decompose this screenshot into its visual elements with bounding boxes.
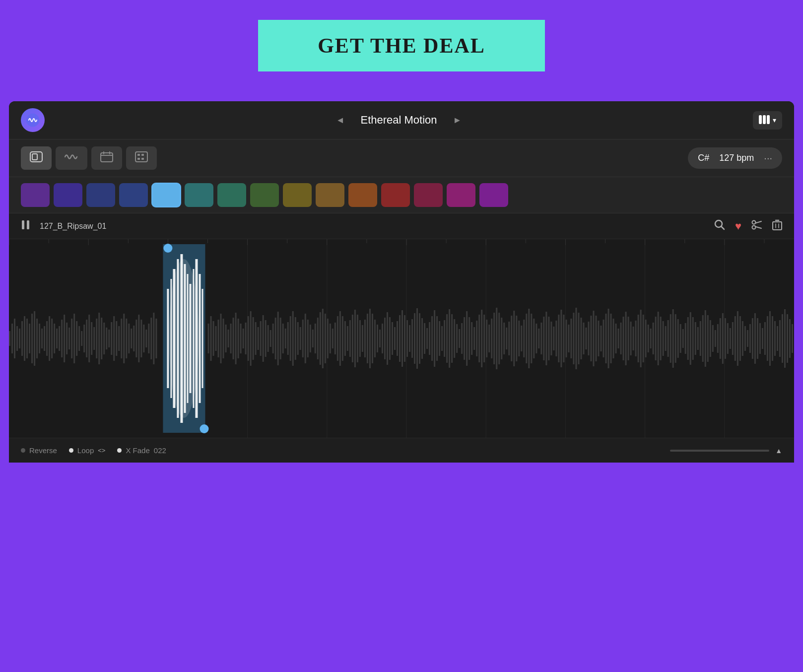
bpm-badge: 127 bpm	[719, 153, 754, 163]
svg-rect-75	[73, 314, 75, 363]
svg-rect-317	[685, 323, 686, 354]
svg-rect-135	[233, 318, 234, 359]
svg-rect-294	[628, 317, 629, 360]
swatch-12[interactable]	[414, 183, 443, 207]
swatch-4[interactable]	[152, 183, 181, 207]
more-options-button[interactable]: ···	[764, 152, 772, 164]
svg-rect-259	[540, 323, 542, 354]
svg-rect-345	[754, 313, 756, 364]
svg-rect-23	[773, 222, 782, 230]
swatch-10[interactable]	[348, 183, 377, 207]
swatch-0[interactable]	[21, 183, 50, 207]
svg-rect-360	[792, 324, 793, 353]
svg-rect-309	[665, 326, 667, 351]
scroll-track[interactable]	[670, 450, 769, 452]
svg-rect-340	[742, 321, 743, 356]
favorite-button[interactable]: ♥	[735, 220, 741, 233]
reverse-dot	[21, 448, 25, 453]
svg-rect-196	[384, 318, 386, 359]
svg-rect-285	[605, 314, 607, 363]
svg-rect-320	[692, 317, 694, 360]
svg-rect-164	[305, 314, 306, 363]
swatch-8[interactable]	[283, 183, 312, 207]
svg-rect-132	[225, 325, 227, 352]
svg-point-20	[752, 226, 756, 229]
svg-rect-279	[590, 316, 592, 361]
svg-rect-321	[695, 322, 696, 355]
svg-rect-73	[68, 328, 70, 349]
swatch-9[interactable]	[316, 183, 344, 207]
loop-control[interactable]: Loop <>	[69, 446, 106, 455]
swatch-7[interactable]	[250, 183, 279, 207]
svg-rect-88	[106, 328, 107, 349]
svg-rect-268	[563, 315, 564, 362]
tab-waveform[interactable]	[56, 146, 87, 170]
svg-rect-300	[643, 315, 644, 362]
swatch-3[interactable]	[119, 183, 148, 207]
play-pause-button[interactable]	[21, 219, 32, 233]
swatch-5[interactable]	[185, 183, 213, 207]
svg-rect-242	[498, 313, 500, 364]
svg-rect-227	[461, 323, 463, 354]
svg-rect-153	[277, 312, 279, 365]
svg-rect-102	[140, 320, 142, 357]
svg-rect-163	[302, 320, 304, 357]
svg-rect-349	[764, 322, 766, 355]
tab-sample[interactable]	[21, 146, 52, 170]
app-logo[interactable]	[21, 108, 45, 132]
svg-rect-133	[228, 330, 229, 347]
waveform-section: 127_B_Ripsaw_01 ♥	[9, 213, 794, 438]
svg-rect-291	[620, 323, 622, 354]
svg-rect-15	[22, 220, 24, 229]
svg-rect-328	[712, 325, 714, 352]
svg-rect-224	[454, 319, 455, 358]
grid-view-button[interactable]: ▾	[753, 111, 782, 130]
search-button[interactable]	[714, 219, 725, 233]
app-header: ◄ Ethereal Motion ► ▾	[9, 101, 794, 139]
svg-rect-62	[41, 329, 43, 348]
tab-schedule[interactable]	[91, 146, 122, 170]
key-bpm-display: C# 127 bpm ···	[688, 147, 782, 169]
play-triangle-icon[interactable]: ▲	[775, 447, 782, 455]
svg-point-19	[752, 221, 756, 224]
svg-rect-89	[108, 330, 110, 347]
svg-rect-150	[270, 330, 271, 347]
deal-button[interactable]: GET THE DEAL	[258, 20, 545, 71]
xfade-control[interactable]: X Fade 022	[117, 446, 166, 455]
svg-rect-342	[747, 330, 748, 347]
svg-rect-110	[167, 289, 169, 388]
swatch-6[interactable]	[217, 183, 246, 207]
svg-rect-64	[46, 321, 48, 356]
svg-rect-65	[49, 316, 50, 361]
reverse-control[interactable]: Reverse	[21, 446, 57, 455]
swatch-2[interactable]	[86, 183, 115, 207]
svg-rect-267	[560, 310, 562, 367]
svg-rect-350	[767, 316, 768, 361]
waveform-canvas[interactable]	[9, 239, 794, 438]
svg-rect-254	[528, 309, 530, 368]
nav-prev-button[interactable]: ◄	[332, 113, 349, 128]
svg-rect-187	[362, 325, 363, 352]
swatch-13[interactable]	[447, 183, 475, 207]
nav-next-button[interactable]: ►	[449, 113, 466, 128]
svg-rect-97	[128, 324, 130, 353]
svg-line-18	[721, 227, 724, 230]
svg-rect-108	[155, 319, 157, 358]
svg-rect-209	[416, 308, 418, 369]
svg-rect-53	[19, 329, 20, 348]
scissors-button[interactable]	[751, 219, 762, 233]
swatch-14[interactable]	[479, 183, 508, 207]
trash-button[interactable]	[772, 219, 782, 233]
bottom-left-controls: Reverse Loop <> X Fade 022	[21, 446, 166, 455]
svg-rect-299	[640, 310, 642, 367]
swatch-11[interactable]	[381, 183, 410, 207]
svg-rect-55	[24, 316, 25, 361]
svg-rect-264	[553, 327, 554, 350]
svg-rect-229	[466, 311, 468, 366]
svg-rect-351	[769, 311, 771, 366]
svg-rect-347	[759, 323, 761, 354]
svg-rect-170	[320, 312, 321, 365]
swatch-1[interactable]	[54, 183, 82, 207]
svg-rect-126	[210, 316, 212, 361]
tab-grid[interactable]	[126, 146, 157, 170]
